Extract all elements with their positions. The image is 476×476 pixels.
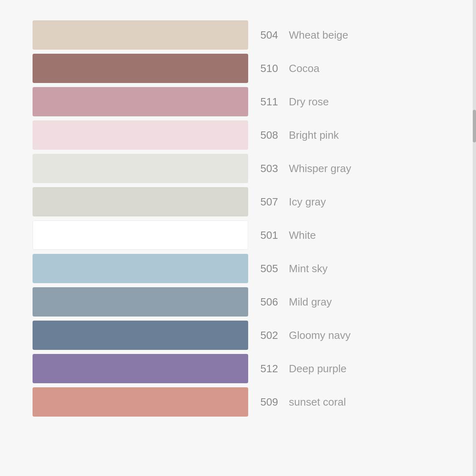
color-swatch-whisper-gray — [33, 154, 248, 183]
color-row-whisper-gray[interactable]: 503Whisper gray — [33, 154, 443, 183]
color-row-mint-sky[interactable]: 505Mint sky — [33, 254, 443, 283]
color-swatch-dry-rose — [33, 87, 248, 116]
color-row-cocoa[interactable]: 510Cocoa — [33, 54, 443, 83]
color-name-mild-gray: Mild gray — [289, 296, 332, 308]
color-name-mint-sky: Mint sky — [289, 262, 328, 275]
color-name-sunset-coral: sunset coral — [289, 396, 346, 408]
color-info-whisper-gray: 503Whisper gray — [260, 162, 351, 175]
color-row-deep-purple[interactable]: 512Deep purple — [33, 354, 443, 383]
color-number-sunset-coral: 509 — [260, 396, 281, 408]
color-name-wheat-beige: Wheat beige — [289, 29, 348, 41]
color-swatch-mint-sky — [33, 254, 248, 283]
color-swatch-deep-purple — [33, 354, 248, 383]
color-number-deep-purple: 512 — [260, 362, 281, 375]
color-name-whisper-gray: Whisper gray — [289, 162, 351, 175]
color-info-wheat-beige: 504Wheat beige — [260, 29, 348, 41]
color-row-dry-rose[interactable]: 511Dry rose — [33, 87, 443, 116]
color-name-white: White — [289, 229, 316, 242]
color-info-icy-gray: 507Icy gray — [260, 196, 326, 208]
color-info-deep-purple: 512Deep purple — [260, 362, 347, 375]
color-number-mint-sky: 505 — [260, 262, 281, 275]
scrollbar[interactable] — [473, 0, 476, 476]
color-row-gloomy-navy[interactable]: 502Gloomy navy — [33, 321, 443, 350]
color-swatch-icy-gray — [33, 187, 248, 216]
color-info-dry-rose: 511Dry rose — [260, 96, 329, 108]
color-number-wheat-beige: 504 — [260, 29, 281, 41]
color-number-cocoa: 510 — [260, 62, 281, 75]
color-swatch-wheat-beige — [33, 20, 248, 50]
color-palette-list: 504Wheat beige510Cocoa511Dry rose508Brig… — [33, 20, 443, 421]
color-info-gloomy-navy: 502Gloomy navy — [260, 329, 351, 342]
color-row-sunset-coral[interactable]: 509sunset coral — [33, 387, 443, 417]
color-info-white: 501White — [260, 229, 316, 242]
color-number-gloomy-navy: 502 — [260, 329, 281, 342]
color-number-whisper-gray: 503 — [260, 162, 281, 175]
color-row-bright-pink[interactable]: 508Bright pink — [33, 120, 443, 150]
color-number-icy-gray: 507 — [260, 196, 281, 208]
scrollbar-thumb[interactable] — [473, 110, 476, 142]
color-name-bright-pink: Bright pink — [289, 129, 339, 142]
color-row-wheat-beige[interactable]: 504Wheat beige — [33, 20, 443, 50]
color-swatch-cocoa — [33, 54, 248, 83]
color-info-cocoa: 510Cocoa — [260, 62, 319, 75]
color-name-gloomy-navy: Gloomy navy — [289, 329, 351, 342]
color-swatch-mild-gray — [33, 287, 248, 317]
color-number-bright-pink: 508 — [260, 129, 281, 142]
color-name-icy-gray: Icy gray — [289, 196, 326, 208]
color-name-dry-rose: Dry rose — [289, 96, 329, 108]
color-row-white[interactable]: 501White — [33, 221, 443, 250]
color-number-mild-gray: 506 — [260, 296, 281, 308]
color-info-mint-sky: 505Mint sky — [260, 262, 328, 275]
color-info-mild-gray: 506Mild gray — [260, 296, 332, 308]
color-swatch-sunset-coral — [33, 387, 248, 417]
color-swatch-white — [33, 221, 248, 250]
color-info-sunset-coral: 509sunset coral — [260, 396, 346, 408]
color-name-cocoa: Cocoa — [289, 62, 319, 75]
color-row-mild-gray[interactable]: 506Mild gray — [33, 287, 443, 317]
color-swatch-bright-pink — [33, 120, 248, 150]
color-swatch-gloomy-navy — [33, 321, 248, 350]
color-row-icy-gray[interactable]: 507Icy gray — [33, 187, 443, 216]
color-number-dry-rose: 511 — [260, 96, 281, 108]
color-number-white: 501 — [260, 229, 281, 242]
color-name-deep-purple: Deep purple — [289, 362, 347, 375]
color-info-bright-pink: 508Bright pink — [260, 129, 339, 142]
